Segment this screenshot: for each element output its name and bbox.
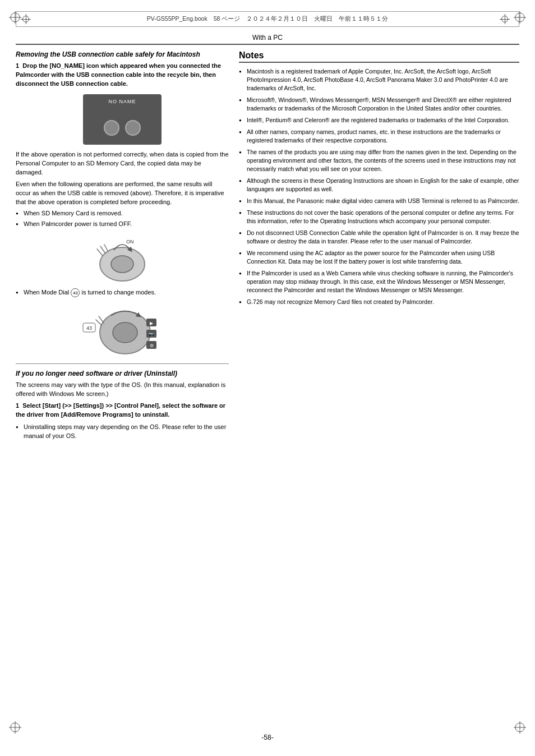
header-crosshair-left [21,14,31,24]
step1-number: 1 [16,62,19,69]
svg-line-14 [97,249,103,256]
svg-text:⚙: ⚙ [150,343,154,348]
notes-bullet-7: In this Manual, the Panasonic make digit… [239,197,519,205]
svg-point-9 [515,723,524,732]
section1-heading: Removing the USB connection cable safely… [16,50,229,58]
bullet3-suffix: is turned to change modes. [80,289,156,296]
on-dial-image: ON [86,233,159,284]
section1-bullet3: When Mode Dial 43 is turned to change mo… [16,288,229,297]
on-dial-svg: ON [86,233,159,284]
section2-bullet1: Uninstalling steps may vary depending on… [16,423,229,441]
bullet3-prefix: When Mode Dial [24,289,71,296]
device-button-left [104,120,119,136]
bullet3-badge: 43 [71,288,80,297]
section2-step1-text: Select [Start] (>> [Settings]) >> [Contr… [16,402,225,418]
header-crosshair-right [500,14,510,24]
svg-line-15 [100,246,105,253]
notes-bullet-10: We recommend using the AC adaptor as the… [239,249,519,266]
content-area: Removing the USB connection cable safely… [16,50,519,442]
section1-bullet2: When Palmcorder power is turned OFF. [16,220,229,229]
svg-text:📷: 📷 [149,331,154,337]
notes-bullet-12: G.726 may not recognize Memory Card file… [239,298,519,306]
section1-para2: Even when the following operations are p… [16,180,229,207]
left-column: Removing the USB connection cable safely… [16,50,229,442]
svg-text:▶: ▶ [150,321,154,326]
svg-text:43: 43 [86,325,92,331]
device-image: NO NAME [83,94,162,145]
header-bar: PV-GS55PP_Eng.book 58 ページ ２０２４年２月１０日 火曜日… [16,11,519,27]
notes-bullet-8: These instructions do not cover the basi… [239,209,519,225]
device-button-right [125,120,141,136]
notes-bullet-6: Although the screens in these Operating … [239,177,519,193]
section2-para1: The screens may vary with the type of th… [16,381,229,399]
section2-heading: If you no longer need software or driver… [16,370,229,377]
mode-dial-image: 43 ▶ 📷 ⚙ [80,302,164,358]
section2-step1: 1 Select [Start] (>> [Settings]) >> [Con… [16,402,229,420]
notes-bullet-9: Do not disconnect USB Connection Cable w… [239,229,519,246]
section1-para1: If the above operation is not performed … [16,150,229,177]
notes-bullet-3: Intel®, Pentium® and Celeron® are the re… [239,116,519,125]
svg-line-28 [96,320,102,325]
page-title: With a PC [16,31,519,45]
notes-bullet-1: Macintosh is a registered trademark of A… [239,67,519,93]
svg-point-6 [11,723,20,732]
svg-line-29 [99,316,104,323]
notes-heading: Notes [239,50,519,63]
notes-bullet-4: All other names, company names, product … [239,128,519,145]
notes-bullet-5: The names of the products you are using … [239,148,519,173]
notes-bullet-2: Microsoft®, Windows®, Windows Messenger®… [239,96,519,113]
section2-step1-number: 1 [16,402,19,409]
device-buttons [104,120,141,136]
section1-step1: 1 Drop the [NO_NAME] icon which appeared… [16,62,229,89]
step1-text: Drop the [NO_NAME] icon which appeared w… [16,62,221,87]
mode-dial-svg: 43 ▶ 📷 ⚙ [80,302,164,358]
header-text: PV-GS55PP_Eng.book 58 ページ ２０２４年２月１０日 火曜日… [35,15,500,23]
right-column: Notes Macintosh is a registered trademar… [239,50,519,442]
device-label: NO NAME [108,99,136,104]
notes-bullet-11: If the Palmcorder is used as a Web Camer… [239,269,519,294]
svg-text:ON: ON [126,239,134,245]
footer: -58- [0,732,535,742]
section1-bullet1: When SD Memory Card is removed. [16,209,229,218]
page-number: -58- [261,734,273,741]
svg-point-21 [113,322,137,343]
section-divider [16,363,229,364]
notes-bullets: Macintosh is a registered trademark of A… [239,67,519,306]
svg-point-13 [111,256,133,273]
svg-line-16 [104,245,108,252]
